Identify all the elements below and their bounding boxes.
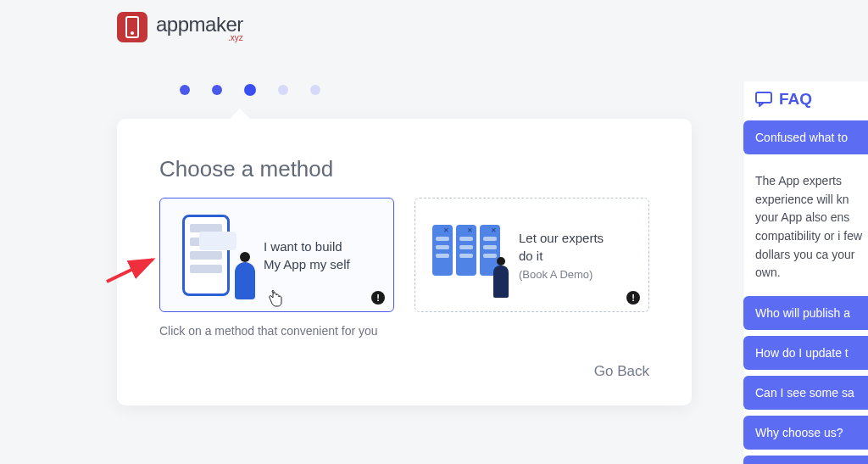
faq-item-3[interactable]: Can I see some sa: [743, 376, 868, 410]
card-title: Choose a method: [159, 156, 649, 182]
illustration-build-icon: [174, 213, 248, 298]
faq-item-4[interactable]: Why choose us?: [743, 416, 868, 450]
method-line2: My App my self: [264, 255, 350, 273]
illustration-experts-icon: [429, 213, 504, 298]
go-back-button[interactable]: Go Back: [594, 363, 649, 380]
faq-item-0[interactable]: Confused what to: [743, 120, 868, 154]
info-icon[interactable]: !: [626, 291, 640, 305]
logo-text: appmaker: [156, 13, 243, 36]
helper-text: Click on a method that convenient for yo…: [159, 324, 649, 338]
method-build-myself[interactable]: I want to build My App my self !: [159, 198, 394, 312]
step-1[interactable]: [180, 85, 190, 95]
method-line2: do it: [519, 247, 604, 265]
method-line1: I want to build: [264, 238, 350, 255]
methods-row: I want to build My App my self ! Let our…: [159, 198, 649, 312]
method-sub: (Book A Demo): [519, 268, 604, 281]
faq-item-2[interactable]: How do I update t: [743, 336, 868, 370]
info-icon[interactable]: !: [371, 291, 385, 305]
method-experts[interactable]: Let our experts do it (Book A Demo) !: [415, 198, 649, 312]
logo-icon: [117, 12, 147, 42]
faq-title-text: FAQ: [779, 90, 812, 109]
faq-panel: FAQ Confused what to The App experts exp…: [743, 81, 868, 464]
method-text: I want to build My App my self: [264, 238, 350, 273]
step-5: [310, 85, 320, 95]
step-4: [278, 85, 288, 95]
stepper: [180, 85, 320, 96]
faq-item-5[interactable]: Is my theme supp: [743, 456, 868, 464]
logo[interactable]: appmaker .xyz: [117, 12, 243, 42]
method-text: Let our experts do it (Book A Demo): [519, 229, 604, 281]
faq-expanded-content: The App experts experience will kn your …: [743, 160, 868, 296]
faq-title: FAQ: [743, 81, 868, 120]
faq-item-1[interactable]: Who will publish a: [743, 296, 868, 330]
chat-icon: [755, 92, 772, 107]
logo-text-wrap: appmaker .xyz: [156, 13, 243, 42]
method-line1: Let our experts: [519, 229, 604, 247]
card-pointer: [230, 109, 250, 119]
step-3[interactable]: [244, 84, 256, 96]
svg-rect-2: [756, 92, 771, 103]
step-2[interactable]: [212, 85, 222, 95]
method-card: Choose a method I want to build My App m…: [117, 119, 692, 405]
